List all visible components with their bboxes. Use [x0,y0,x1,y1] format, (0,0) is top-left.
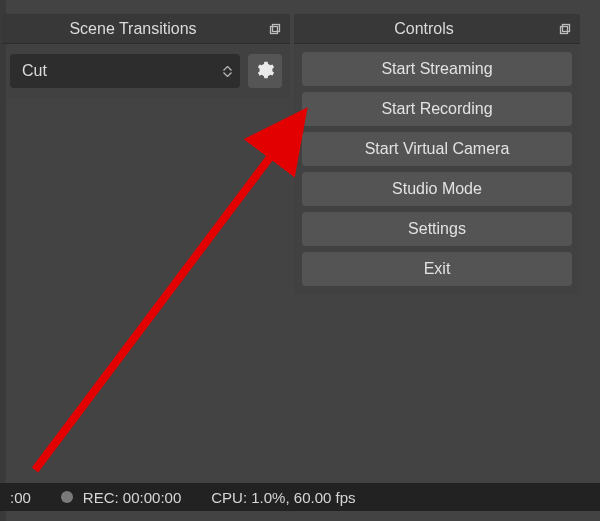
scene-transitions-header[interactable]: Scene Transitions [2,14,290,44]
popout-icon[interactable] [264,23,286,35]
chevron-up-down-icon [223,66,232,77]
status-rec-time: REC: 00:00:00 [83,489,181,506]
status-rec: REC: 00:00:00 [61,489,181,506]
status-live: :00 [10,489,31,506]
status-bar: :00 REC: 00:00:00 CPU: 1.0%, 60.00 fps [0,483,600,511]
popout-icon[interactable] [554,23,576,35]
svg-rect-3 [563,24,570,31]
status-live-time: :00 [10,489,31,506]
record-indicator-icon [61,491,73,503]
exit-button[interactable]: Exit [302,252,572,286]
status-cpu-text: CPU: 1.0%, 60.00 fps [211,489,355,506]
status-cpu: CPU: 1.0%, 60.00 fps [211,489,355,506]
scene-transitions-title: Scene Transitions [2,20,264,38]
settings-button[interactable]: Settings [302,212,572,246]
controls-body: Start Streaming Start Recording Start Vi… [294,44,580,294]
controls-title: Controls [294,20,554,38]
start-streaming-button[interactable]: Start Streaming [302,52,572,86]
svg-rect-2 [561,26,568,33]
start-virtual-camera-button[interactable]: Start Virtual Camera [302,132,572,166]
gear-icon [255,60,275,83]
left-panel-edge [0,0,6,521]
svg-rect-1 [273,24,280,31]
transition-settings-button[interactable] [248,54,282,88]
start-recording-button[interactable]: Start Recording [302,92,572,126]
svg-rect-0 [271,26,278,33]
scene-transitions-body: Cut [2,44,290,98]
transition-select-value: Cut [22,62,47,80]
scene-transitions-dock: Scene Transitions Cut [2,14,290,294]
controls-header[interactable]: Controls [294,14,580,44]
controls-dock: Controls Start Streaming Start Recording… [294,14,580,294]
studio-mode-button[interactable]: Studio Mode [302,172,572,206]
transition-select[interactable]: Cut [10,54,240,88]
